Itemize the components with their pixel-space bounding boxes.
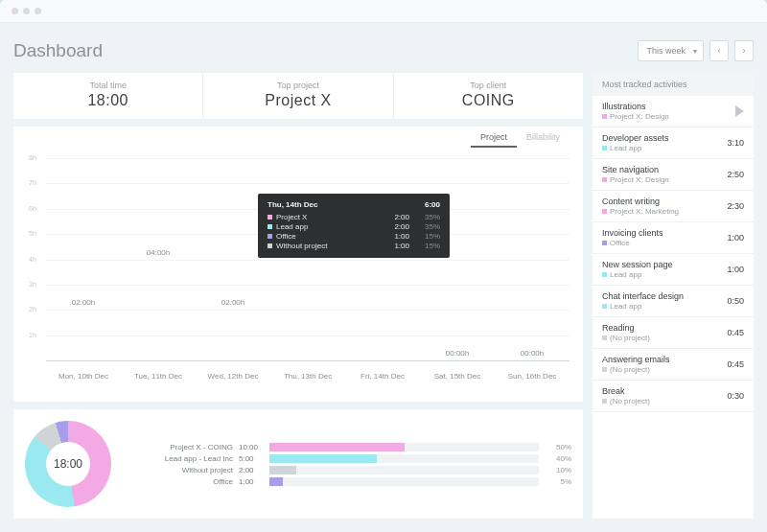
donut-chart: 18:00 — [25, 421, 111, 507]
stat-top-project: Top project Project X — [203, 73, 393, 119]
activity-time: 2:30 — [727, 201, 744, 211]
activity-title: Invoicing clients — [602, 228, 663, 238]
x-axis-label: Sun, 16th Dec — [495, 372, 569, 381]
week-chart: Project Billability 1h2h3h4h5h6h7h8h02:0… — [13, 127, 583, 402]
bar-column[interactable]: 02:00h — [46, 159, 121, 361]
x-axis-label: Sat, 15th Dec — [420, 372, 495, 381]
date-controls: This week ‹ › — [638, 40, 754, 61]
activity-time: 2:50 — [727, 170, 744, 179]
activity-row[interactable]: Developer assetsLead app3:10 — [593, 127, 754, 159]
activity-project: Project X: Design — [602, 175, 669, 184]
activity-project: (No project) — [602, 365, 670, 374]
bar-column[interactable]: 06:00h — [270, 159, 345, 361]
activities-heading: Most tracked activities — [593, 73, 754, 96]
activity-title: Answering emails — [602, 355, 670, 364]
activity-row[interactable]: Reading(No project)0:45 — [593, 317, 754, 349]
tooltip-row: Office1:0015% — [267, 232, 440, 241]
traffic-dot — [23, 8, 30, 14]
tooltip-date: Thu, 14th Dec — [267, 200, 317, 209]
activity-project: (No project) — [602, 334, 650, 342]
traffic-dot — [12, 8, 18, 14]
activity-row[interactable]: Site navigationProject X: Design2:50 — [593, 159, 754, 191]
bar-column[interactable]: 04:00h — [121, 159, 196, 361]
chart-tabs: Project Billability — [471, 127, 569, 148]
activity-row[interactable]: Invoicing clientsOffice1:00 — [593, 222, 754, 254]
x-axis-label: Mon, 10th Dec — [46, 372, 121, 381]
tab-billability[interactable]: Billability — [517, 127, 569, 148]
activity-time: 1:00 — [727, 265, 744, 274]
activity-title: Illustrations — [602, 102, 669, 111]
page-header: Dashboard This week ‹ › — [13, 35, 754, 67]
activity-title: Chat interface design — [602, 291, 684, 301]
activity-row[interactable]: IllustrationsProject X: Design — [593, 96, 754, 127]
stat-top-client: Top client COING — [394, 73, 583, 119]
tooltip-row: Lead app2:0035% — [267, 222, 440, 231]
tooltip-row: Project X2:0035% — [267, 213, 440, 221]
activity-project: Lead app — [602, 302, 684, 311]
tooltip-row: Without project1:0015% — [267, 242, 440, 250]
activity-project: Office — [602, 239, 663, 247]
activity-time: 3:10 — [727, 138, 744, 148]
activity-time: 1:00 — [727, 233, 744, 243]
x-axis-label: Fri, 14th Dec — [345, 372, 420, 381]
activity-project: (No project) — [602, 397, 650, 405]
activity-title: Reading — [602, 323, 650, 333]
activity-title: Site navigation — [602, 165, 669, 174]
activity-time: 0:30 — [727, 391, 744, 401]
activity-project: Project X: Marketing — [602, 207, 679, 216]
activity-title: Break — [602, 386, 650, 396]
activity-row[interactable]: Break(No project)0:30 — [593, 381, 754, 412]
activity-project: Project X: Design — [602, 112, 669, 121]
bar-column[interactable]: 00:00h — [495, 159, 569, 361]
window-titlebar — [0, 0, 767, 23]
activity-row[interactable]: Chat interface designLead app0:50 — [593, 286, 754, 317]
activity-time: 0:45 — [727, 328, 744, 337]
page-title: Dashboard — [13, 40, 103, 61]
breakdown-row: Project X - COING10:0050% — [123, 443, 571, 451]
activity-project: Lead app — [602, 270, 673, 279]
breakdown-row: Without project2:0010% — [123, 466, 571, 474]
breakdown-row: Office1:005% — [123, 477, 571, 486]
activity-row[interactable]: New session pageLead app1:00 — [593, 254, 754, 286]
x-axis-label: Thu, 13th Dec — [270, 372, 345, 381]
breakdown-row: Lead app - Lead Inc5:0040% — [123, 454, 571, 463]
period-select[interactable]: This week — [638, 40, 704, 61]
activities-panel: Most tracked activities IllustrationsPro… — [593, 73, 754, 519]
activity-title: Content writing — [602, 197, 679, 206]
summary-stats: Total time 18:00 Top project Project X T… — [13, 73, 583, 119]
app-window: Dashboard This week ‹ › Total time 18:00… — [0, 0, 767, 532]
x-axis-label: Wed, 12th Dec — [196, 372, 270, 381]
activity-project: Lead app — [602, 144, 669, 152]
activity-title: Developer assets — [602, 133, 669, 143]
bar-column[interactable]: 00:00h — [420, 159, 495, 361]
project-breakdown: 18:00 Project X - COING10:0050%Lead app … — [13, 409, 583, 519]
traffic-dot — [35, 8, 41, 14]
chart-tooltip: Thu, 14th Dec 6:00 Project X2:0035%Lead … — [258, 194, 450, 258]
stat-total-time: Total time 18:00 — [13, 73, 203, 119]
x-axis-label: Tue, 11th Dec — [121, 372, 196, 381]
donut-center: 18:00 — [54, 457, 82, 471]
bar-column[interactable]: 04:00h — [345, 159, 420, 361]
tooltip-total: 6:00 — [425, 200, 440, 209]
activity-title: New session page — [602, 260, 673, 269]
activity-row[interactable]: Content writingProject X: Marketing2:30 — [593, 191, 754, 222]
next-period-button[interactable]: › — [734, 40, 754, 61]
activity-time: 0:45 — [727, 359, 744, 369]
prev-period-button[interactable]: ‹ — [709, 40, 729, 61]
activity-row[interactable]: Answering emails(No project)0:45 — [593, 349, 754, 381]
bar-column[interactable]: 02:00h — [196, 159, 270, 361]
activity-time: 0:50 — [727, 296, 744, 306]
tab-project[interactable]: Project — [471, 127, 517, 148]
play-icon[interactable] — [735, 105, 744, 117]
